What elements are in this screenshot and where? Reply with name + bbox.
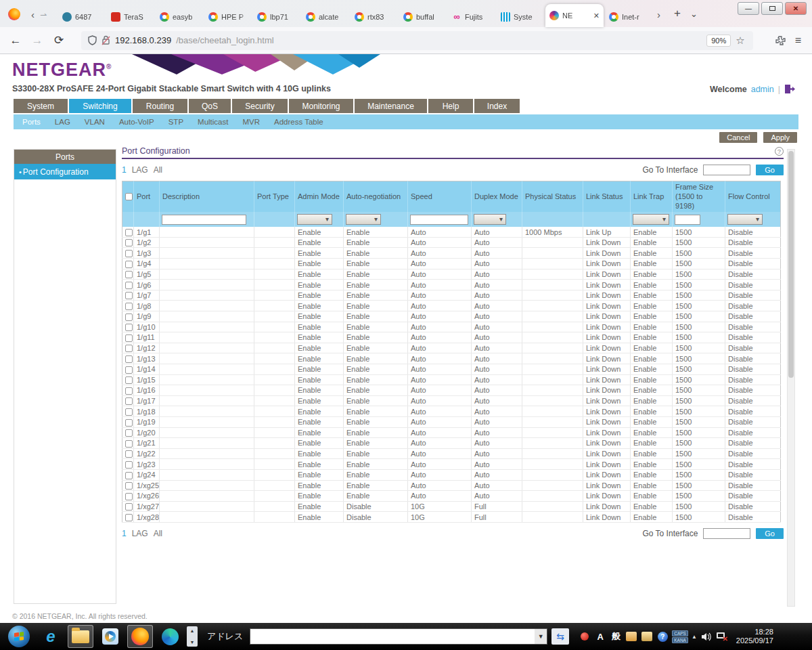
browser-tab-buffal[interactable]: buffal xyxy=(399,7,447,27)
url-bar[interactable]: 192.168.0.239/base/cheetah_login.html 90… xyxy=(81,31,753,50)
file-explorer-icon[interactable] xyxy=(68,625,93,648)
browser-tab-fujits[interactable]: ∞Fujits xyxy=(448,7,495,27)
logout-icon[interactable] xyxy=(784,84,796,94)
menu-hamburger-icon[interactable]: ≡ xyxy=(795,35,801,47)
lag-link[interactable]: LAG xyxy=(132,529,148,538)
nav-tab-help[interactable]: Help xyxy=(428,99,473,113)
subnav-item-address-table[interactable]: Address Table xyxy=(274,118,323,126)
nav-tab-routing[interactable]: Routing xyxy=(133,99,187,113)
goto-interface-input[interactable] xyxy=(703,165,750,175)
subnav-item-mvr[interactable]: MVR xyxy=(242,118,260,126)
browser-tab-rtx83[interactable]: rtx83 xyxy=(351,7,398,27)
apply-button[interactable]: Apply xyxy=(763,132,797,143)
nav-tab-qos[interactable]: QoS xyxy=(189,99,231,113)
ime-tool-icon[interactable] xyxy=(625,630,637,643)
row-checkbox[interactable] xyxy=(125,503,133,511)
nav-tab-security[interactable]: Security xyxy=(232,99,288,113)
filter-select-admin_mode[interactable] xyxy=(297,214,332,225)
tray-app-icon[interactable] xyxy=(579,630,591,643)
row-checkbox[interactable] xyxy=(125,239,133,246)
caps-kana-indicator[interactable]: CAPSKANA xyxy=(672,630,688,643)
row-checkbox[interactable] xyxy=(125,450,133,458)
row-checkbox[interactable] xyxy=(125,408,133,416)
media-player-icon[interactable] xyxy=(97,625,123,648)
all-link[interactable]: All xyxy=(154,165,162,175)
help-icon[interactable] xyxy=(775,147,784,156)
row-checkbox[interactable] xyxy=(125,397,133,405)
row-checkbox[interactable] xyxy=(125,461,133,469)
row-checkbox[interactable] xyxy=(125,429,133,437)
close-button[interactable]: ✕ xyxy=(785,2,807,15)
filter-select-flow_control[interactable] xyxy=(727,214,763,225)
row-checkbox[interactable] xyxy=(125,493,133,500)
firefox-taskbar-icon[interactable] xyxy=(127,625,153,648)
unit-link[interactable]: 1 xyxy=(122,165,127,175)
subnav-item-lag[interactable]: LAG xyxy=(55,118,70,126)
pinned-tab-icon[interactable]: ⇀ xyxy=(40,12,52,18)
toolbar-spinner[interactable]: ▲▼ xyxy=(187,626,198,647)
go-button[interactable]: Go xyxy=(756,528,784,539)
insecure-lock-icon[interactable] xyxy=(102,35,110,45)
reload-button[interactable]: ⟳ xyxy=(50,33,68,47)
taskbar-clock[interactable]: 18:28 2025/09/17 xyxy=(736,628,773,645)
browser-tab-inet-r[interactable]: Inet-r xyxy=(605,7,652,27)
filter-input-description[interactable] xyxy=(162,215,246,225)
browser-tab-alcate[interactable]: alcate xyxy=(302,7,349,27)
row-checkbox[interactable] xyxy=(125,334,133,342)
sidebar-item-port-configuration[interactable]: Port Configuration xyxy=(14,164,116,179)
row-checkbox[interactable] xyxy=(125,292,133,299)
row-checkbox[interactable] xyxy=(125,355,133,363)
cancel-button[interactable]: Cancel xyxy=(719,132,757,143)
address-dropdown-icon[interactable]: ▼ xyxy=(535,629,547,644)
ime-help-icon[interactable]: ? xyxy=(656,630,669,643)
tab-list-dropdown-icon[interactable]: ⌄ xyxy=(690,9,698,19)
shield-icon[interactable] xyxy=(88,35,97,45)
nav-tab-switching[interactable]: Switching xyxy=(69,99,131,113)
scrollbar-thumb[interactable] xyxy=(788,151,794,378)
ime-kanji-icon[interactable]: 般 xyxy=(610,630,622,643)
row-checkbox[interactable] xyxy=(125,345,133,352)
row-checkbox[interactable] xyxy=(125,387,133,395)
browser-tab-syste[interactable]: Syste xyxy=(497,7,544,27)
unit-link[interactable]: 1 xyxy=(122,529,127,538)
subnav-item-multicast[interactable]: Multicast xyxy=(198,118,228,126)
internet-explorer-icon[interactable]: e xyxy=(38,625,64,648)
row-checkbox[interactable] xyxy=(125,472,133,479)
browser-tab-easyb[interactable]: easyb xyxy=(156,7,203,27)
network-disconnected-icon[interactable]: ✕ xyxy=(716,632,727,641)
browser-tab-teras[interactable]: TeraS xyxy=(107,7,154,27)
tab-close-icon[interactable]: ✕ xyxy=(593,12,600,20)
nav-tab-system[interactable]: System xyxy=(14,99,68,113)
tab-scroll-left-icon[interactable]: ‹ xyxy=(31,9,35,20)
browser-tab-lbp71[interactable]: lbp71 xyxy=(253,7,300,27)
row-checkbox[interactable] xyxy=(125,419,133,427)
filter-select-auto_negotiation[interactable] xyxy=(346,214,381,225)
row-checkbox[interactable] xyxy=(125,366,133,374)
row-checkbox[interactable] xyxy=(125,376,133,384)
zoom-level-badge[interactable]: 90% xyxy=(706,35,731,47)
filter-select-duplex_mode[interactable] xyxy=(474,214,506,225)
go-button[interactable]: Go xyxy=(756,165,784,175)
row-checkbox[interactable] xyxy=(125,229,133,236)
show-hidden-icons[interactable]: ▲ xyxy=(692,634,697,640)
browser-tab-hpe-p[interactable]: HPE P xyxy=(204,7,252,27)
filter-input-speed[interactable] xyxy=(410,215,468,225)
nav-tab-monitoring[interactable]: Monitoring xyxy=(289,99,353,113)
minimize-button[interactable]: — xyxy=(738,2,759,15)
select-all-checkbox[interactable] xyxy=(125,193,133,200)
start-button[interactable] xyxy=(8,626,30,647)
subnav-item-auto-voip[interactable]: Auto-VoIP xyxy=(119,118,154,126)
filter-input-frame_size[interactable] xyxy=(675,215,700,225)
address-go-icon[interactable]: ⇆ xyxy=(551,628,569,645)
new-tab-button[interactable]: + xyxy=(674,7,681,20)
lag-link[interactable]: LAG xyxy=(132,165,148,175)
address-band-input[interactable]: ▼ xyxy=(250,628,547,645)
subnav-item-vlan[interactable]: VLAN xyxy=(85,118,105,126)
subnav-item-stp[interactable]: STP xyxy=(168,118,183,126)
browser-tab-ne[interactable]: NE✕ xyxy=(545,4,604,27)
page-scrollbar[interactable] xyxy=(787,149,795,607)
ime-mode-icon[interactable]: A xyxy=(594,630,606,643)
tab-scroll-right-icon[interactable]: › xyxy=(657,9,660,20)
back-button[interactable]: ← xyxy=(7,34,24,47)
row-checkbox[interactable] xyxy=(125,303,133,310)
